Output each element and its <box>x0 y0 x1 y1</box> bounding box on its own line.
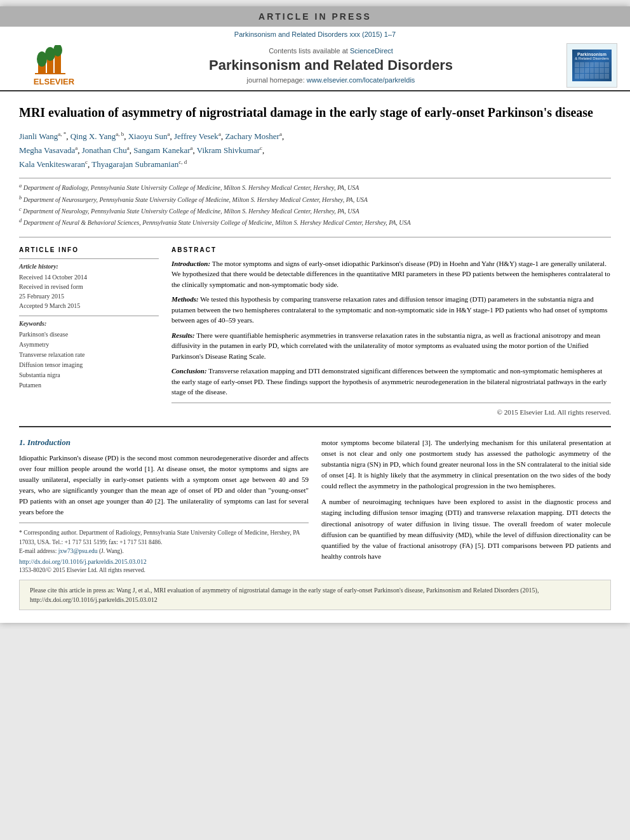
author-11: Thyagarajan Subramanian <box>91 160 178 170</box>
abstract-text: Introduction: The motor symptoms and sig… <box>171 258 611 418</box>
doi-link[interactable]: http://dx.doi.org/10.1016/j.parkreldis.2… <box>19 558 309 565</box>
abstract-methods-label: Methods: <box>171 295 199 303</box>
abstract-methods-text: We tested this hypothesis by comparing t… <box>171 295 608 324</box>
abstract-intro-label: Introduction: <box>171 260 210 267</box>
article-title: MRI evaluation of asymmetry of nigrostri… <box>19 104 611 121</box>
author-3: Xiaoyu Sun <box>128 131 168 141</box>
journal-header: Parkinsonism and Related Disorders xxx (… <box>0 27 630 91</box>
copyright-line: © 2015 Elsevier Ltd. All rights reserved… <box>171 403 611 418</box>
abstract-conclusion-text: Transverse relaxation mapping and DTI de… <box>171 367 607 396</box>
received-date: Received 14 October 2014 <box>19 272 159 282</box>
footnote-divider <box>19 523 309 523</box>
main-content: MRI evaluation of asymmetry of nigrostri… <box>0 91 630 623</box>
abstract-col: ABSTRACT Introduction: The motor symptom… <box>171 246 611 418</box>
article-history-label: Article history: <box>19 263 159 270</box>
intro-text-left: Idiopathic Parkinson's disease (PD) is t… <box>19 453 309 517</box>
email-link[interactable]: jxw73@psu.edu <box>58 548 98 554</box>
abstract-intro: Introduction: The motor symptoms and sig… <box>171 258 611 290</box>
abstract-label-heading: ABSTRACT <box>171 246 611 253</box>
keywords-block: Keywords: Parkinson's disease Asymmetry … <box>19 316 159 390</box>
journal-citation: Parkinsonism and Related Disorders xxx (… <box>13 30 617 38</box>
author-5: Zachary Mosher <box>225 131 279 141</box>
body-right-col: motor symptoms become bilateral [3]. The… <box>321 437 611 573</box>
affiliation-d: d Department of Neural & Behavioral Scie… <box>19 217 611 227</box>
article-in-press-banner: ARTICLE IN PRESS <box>0 6 630 27</box>
affiliation-b: b Department of Neurosurgery, Pennsylvan… <box>19 194 611 204</box>
keyword-1: Parkinson's disease <box>19 330 159 340</box>
keyword-2: Asymmetry <box>19 340 159 350</box>
author-7: Jonathan Chu <box>82 145 127 155</box>
abstract-methods: Methods: We tested this hypothesis by co… <box>171 294 611 326</box>
author-1: Jianli Wang <box>19 131 58 141</box>
author-4: Jeffrey Vesek <box>174 131 218 141</box>
keywords-label: Keywords: <box>19 320 159 327</box>
article-history-block: Article history: Received 14 October 201… <box>19 258 159 310</box>
abstract-results-label: Results: <box>171 331 195 339</box>
authors-block: Jianli Wanga, *, Qing X. Yanga, b, Xiaoy… <box>19 130 611 171</box>
keyword-5: Substantia nigra <box>19 370 159 380</box>
section-1-title: 1. Introduction <box>19 437 309 448</box>
intro-text-right: motor symptoms become bilateral [3]. The… <box>321 437 611 562</box>
article-info-label: ARTICLE INFO <box>19 246 159 253</box>
received-revised-label: Received in revised form <box>19 282 159 291</box>
author-10: Kala Venkiteswaran <box>19 160 85 170</box>
journal-title-header: Parkinsonism and Related Disorders <box>108 57 554 74</box>
footnote-email: E-mail address: jxw73@psu.edu (J. Wang). <box>19 547 309 556</box>
revised-date: 25 February 2015 <box>19 291 159 301</box>
body-two-col: 1. Introduction Idiopathic Parkinson's d… <box>19 437 611 573</box>
abstract-conclusion: Conclusion: Transverse relaxation mappin… <box>171 366 611 397</box>
abstract-results-text: There were quantifiable hemispheric asym… <box>171 331 600 360</box>
body-left-col: 1. Introduction Idiopathic Parkinson's d… <box>19 437 309 573</box>
author-2: Qing X. Yang <box>70 131 116 141</box>
keyword-6: Putamen <box>19 380 159 390</box>
journal-cover-image: Parkinsonism & Related Disorders <box>566 43 617 88</box>
abstract-conclusion-label: Conclusion: <box>171 367 207 375</box>
elsevier-logo: ELSEVIER <box>13 43 95 88</box>
svg-rect-6 <box>35 73 65 74</box>
author-9: Vikram Shivkumar <box>197 145 260 155</box>
affiliations-block: a Department of Radiology, Pennsylvania … <box>19 178 611 227</box>
article-info-abstract-section: ARTICLE INFO Article history: Received 1… <box>19 237 611 418</box>
sciencedirect-label: Contents lists available at ScienceDirec… <box>108 47 554 55</box>
accepted-date: Accepted 9 March 2015 <box>19 301 159 310</box>
abstract-intro-text: The motor symptoms and signs of early-on… <box>171 260 610 288</box>
affiliation-a: a Department of Radiology, Pennsylvania … <box>19 182 611 192</box>
footnote-corresponding: * Corresponding author. Department of Ra… <box>19 528 309 547</box>
journal-center: Contents lists available at ScienceDirec… <box>95 47 566 84</box>
keyword-4: Diffusion tensor imaging <box>19 360 159 370</box>
affiliation-c: c Department of Neurology, Pennsylvania … <box>19 206 611 216</box>
body-section: 1. Introduction Idiopathic Parkinson's d… <box>19 426 611 573</box>
abstract-results: Results: There were quantifiable hemisph… <box>171 330 611 362</box>
keyword-3: Transverse relaxation rate <box>19 350 159 360</box>
author-8: Sangam Kanekar <box>133 145 190 155</box>
journal-homepage: journal homepage: www.elsevier.com/locat… <box>108 76 554 84</box>
issn-line: 1353-8020/© 2015 Elsevier Ltd. All right… <box>19 567 309 573</box>
elsevier-brand-text: ELSEVIER <box>34 77 74 86</box>
author-6: Megha Vasavada <box>19 145 75 155</box>
citation-bar: Please cite this article in press as: Wa… <box>19 580 611 610</box>
article-info-col: ARTICLE INFO Article history: Received 1… <box>19 246 159 418</box>
